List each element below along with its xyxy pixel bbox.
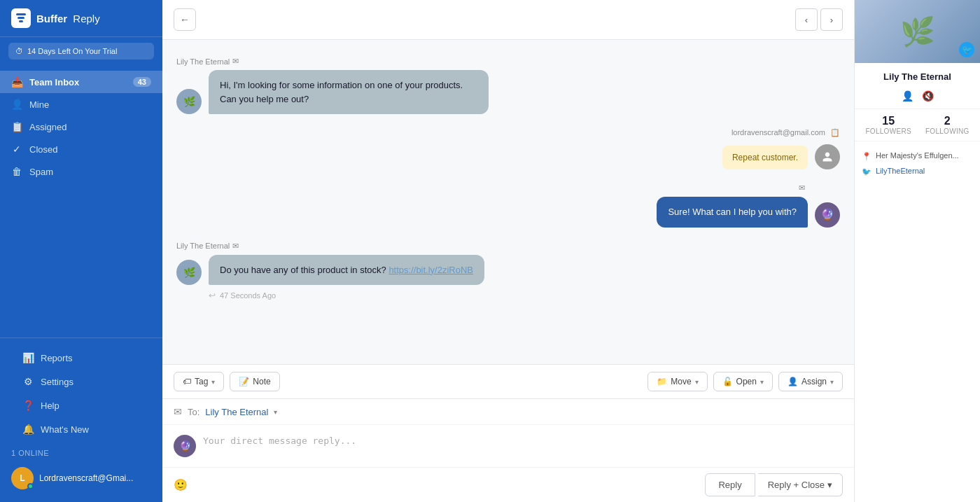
sidebar-bottom: 📊 Reports ⚙ Settings ❓ Help 🔔 What's New… xyxy=(0,337,162,502)
chevron-down-icon: ▾ xyxy=(830,378,834,386)
emoji-button[interactable]: 🙂 xyxy=(174,478,188,491)
message-icon: ✉ xyxy=(232,242,239,251)
reply-area: ✉ To: Lily The Eternal ▾ 🔮 🙂 Reply Reply… xyxy=(162,398,854,502)
agent-bubble: Sure! What can I help you with? xyxy=(657,197,808,228)
message-row-right: Repeat customer. xyxy=(176,144,840,169)
sender-label: Lily The Eternal ✉ xyxy=(176,242,840,251)
profile-details: 📍 Her Majesty's Effulgen... 🐦 LilyTheEte… xyxy=(855,141,980,186)
note-button[interactable]: 📝 Note xyxy=(230,372,279,391)
sidebar-item-help[interactable]: ❓ Help xyxy=(11,394,151,417)
next-conversation-button[interactable]: › xyxy=(820,8,843,31)
spam-icon: 🗑 xyxy=(11,166,22,177)
twitter-badge: 🐦 xyxy=(959,42,974,57)
tag-label: Tag xyxy=(195,377,208,386)
agent-avatar xyxy=(815,144,840,169)
sidebar-item-label: Team Inbox xyxy=(29,77,79,88)
followers-count: 15 xyxy=(865,115,911,127)
twitter-row: 🐦 LilyTheEternal xyxy=(862,164,973,179)
note-icon: 📋 xyxy=(830,128,840,137)
to-label: To: xyxy=(188,407,200,417)
move-label: Move xyxy=(671,377,691,386)
reply-button[interactable]: Reply xyxy=(705,473,755,496)
sidebar-item-label: Help xyxy=(41,400,59,411)
message-group: Lily The Eternal ✉ 🌿 Hi, I'm looking for… xyxy=(176,57,840,114)
main-content: ← ‹ › Lily The Eternal ✉ 🌿 Hi, I'm looki… xyxy=(162,0,854,502)
help-icon: ❓ xyxy=(22,400,34,411)
reply-to-name[interactable]: Lily The Eternal xyxy=(205,407,268,417)
sender-label: ✉ xyxy=(176,183,840,193)
sidebar-header: Buffer Reply xyxy=(0,0,162,37)
location-row: 📍 Her Majesty's Effulgen... xyxy=(862,148,973,164)
sender-email: lordravenscraft@gmail.com xyxy=(732,128,825,137)
sidebar-item-spam[interactable]: 🗑 Spam xyxy=(0,160,162,183)
following-stat: 2 FOLLOWING xyxy=(925,115,969,135)
move-button[interactable]: 📁 Move ▾ xyxy=(648,372,707,391)
message-row: 🌿 Do you have any of this product in sto… xyxy=(176,255,840,286)
followers-stat: 15 FOLLOWERS xyxy=(865,115,911,135)
sidebar: Buffer Reply ⏱ 14 Days Left On Your Tria… xyxy=(0,0,162,502)
prev-conversation-button[interactable]: ‹ xyxy=(795,8,818,31)
toolbar-right: 📁 Move ▾ 🔓 Open ▾ 👤 Assign ▾ xyxy=(648,372,843,391)
closed-icon: ✓ xyxy=(11,144,22,155)
current-user[interactable]: L Lordravenscraft@Gmai... xyxy=(11,463,151,494)
customer-avatar: 🌿 xyxy=(176,89,202,114)
back-button[interactable]: ← xyxy=(174,8,196,31)
message-group: lordravenscraft@gmail.com 📋 Repeat custo… xyxy=(176,128,840,169)
direct-message-icon: ✉ xyxy=(174,406,182,417)
profile-action-user-icon[interactable]: 👤 xyxy=(902,90,913,102)
sidebar-item-assigned[interactable]: 📋 Assigned xyxy=(0,116,162,138)
timestamp: 47 Seconds Ago xyxy=(220,291,276,300)
message-group: Lily The Eternal ✉ 🌿 Do you have any of … xyxy=(176,242,840,301)
sender-name: Lily The Eternal xyxy=(176,242,230,250)
open-button[interactable]: 🔓 Open ▾ xyxy=(713,372,773,391)
mine-icon: 👤 xyxy=(11,99,22,110)
message-bubble: Do you have any of this product in stock… xyxy=(209,255,484,286)
message-bubble: Hi, I'm looking for some information on … xyxy=(209,70,489,114)
tag-icon: 🏷 xyxy=(183,377,191,386)
trial-icon: ⏱ xyxy=(15,47,23,55)
message-link[interactable]: https://bit.ly/2ziRoNB xyxy=(388,265,473,275)
assign-button[interactable]: 👤 Assign ▾ xyxy=(778,372,843,391)
sidebar-item-closed[interactable]: ✓ Closed xyxy=(0,138,162,160)
message-group: ✉ 🔮 Sure! What can I help you with? xyxy=(176,183,840,228)
note-icon: 📝 xyxy=(239,377,249,386)
sidebar-item-settings[interactable]: ⚙ Settings xyxy=(11,370,151,393)
note-label: Note xyxy=(253,377,270,386)
reply-input[interactable] xyxy=(203,435,843,456)
tag-button[interactable]: 🏷 Tag ▾ xyxy=(174,372,224,391)
chevron-down-icon: ▾ xyxy=(827,480,832,490)
trial-banner[interactable]: ⏱ 14 Days Left On Your Trial xyxy=(8,43,154,60)
message-row: 🌿 Hi, I'm looking for some information o… xyxy=(176,70,840,114)
sidebar-item-mine[interactable]: 👤 Mine xyxy=(0,93,162,116)
sender-name: Lily The Eternal xyxy=(176,57,230,66)
app-logo xyxy=(11,8,31,28)
following-count: 2 xyxy=(925,115,969,127)
agent-avatar: 🔮 xyxy=(815,202,840,228)
profile-action-mute-icon[interactable]: 🔇 xyxy=(922,90,934,102)
following-label: FOLLOWING xyxy=(925,127,969,135)
reply-close-button[interactable]: Reply + Close ▾ xyxy=(758,473,843,496)
sidebar-item-reports[interactable]: 📊 Reports xyxy=(11,347,151,369)
sender-label: Lily The Eternal ✉ xyxy=(176,57,840,66)
sidebar-item-label: Closed xyxy=(29,144,57,155)
right-panel: 🌿 🐦 Lily The Eternal 👤 🔇 15 FOLLOWERS 2 … xyxy=(854,0,980,502)
sidebar-item-whats-new[interactable]: 🔔 What's New xyxy=(11,418,151,440)
sidebar-item-label: Reports xyxy=(41,353,73,363)
nav-arrows: ‹ › xyxy=(795,8,843,31)
customer-avatar: 🌿 xyxy=(176,260,202,285)
message-icon: ✉ xyxy=(232,57,239,66)
chevron-down-icon: ▾ xyxy=(211,378,215,386)
online-label: 1 ONLINE xyxy=(11,449,151,457)
chevron-down-icon[interactable]: ▾ xyxy=(274,408,277,416)
twitter-icon: 🐦 xyxy=(862,167,872,176)
reply-icon: ↩ xyxy=(209,291,216,300)
user-name: Lordravenscraft@Gmai... xyxy=(39,473,133,483)
sidebar-item-team-inbox[interactable]: 📥 Team Inbox 43 xyxy=(0,71,162,93)
reply-close-label: Reply + Close xyxy=(768,480,825,490)
open-icon: 🔓 xyxy=(722,377,733,386)
location-text: Her Majesty's Effulgen... xyxy=(876,151,959,160)
twitter-handle[interactable]: LilyTheEternal xyxy=(876,167,925,175)
chevron-down-icon: ▾ xyxy=(760,378,764,386)
sender-info: lordravenscraft@gmail.com 📋 xyxy=(176,128,840,137)
reply-to-row: ✉ To: Lily The Eternal ▾ xyxy=(162,399,854,425)
